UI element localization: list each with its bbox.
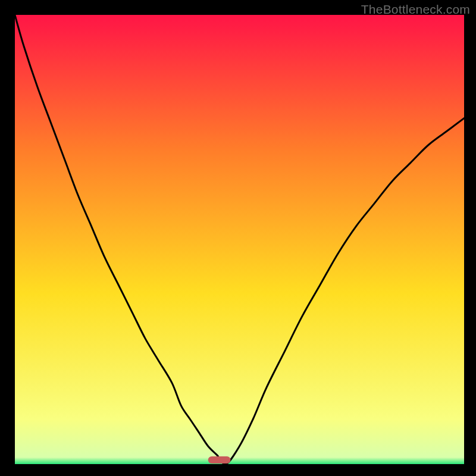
chart-frame: TheBottleneck.com [0, 0, 476, 476]
gradient-background [15, 15, 464, 464]
plot-area [15, 15, 464, 464]
plot-svg [15, 15, 464, 464]
minimum-marker [208, 456, 231, 464]
watermark-text: TheBottleneck.com [361, 2, 470, 17]
